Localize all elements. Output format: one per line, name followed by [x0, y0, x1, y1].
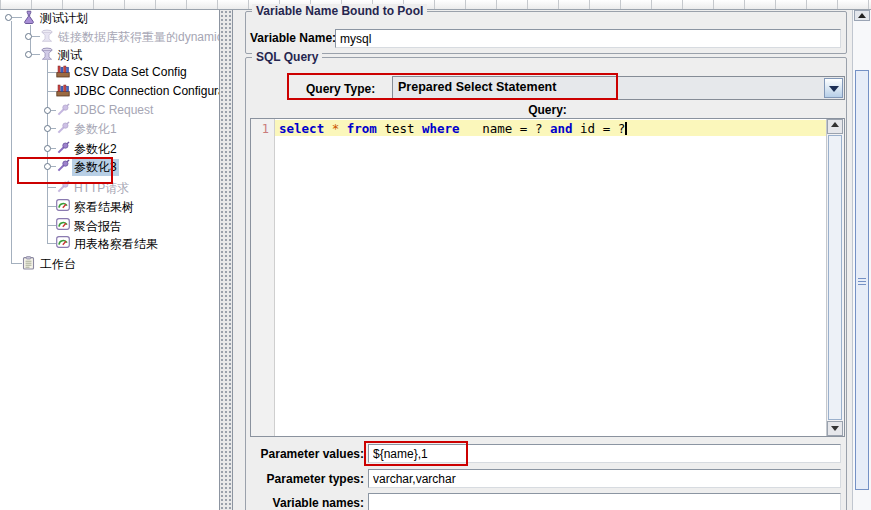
panel-scroll-up-icon[interactable] — [854, 10, 870, 21]
tree-connector — [32, 36, 40, 37]
tree-connector — [47, 225, 56, 226]
tree-item-label: JDBC Connection Configurat — [74, 84, 228, 98]
tree-item-11[interactable]: 察看结果树 — [0, 198, 219, 216]
scroll-down-icon[interactable] — [827, 421, 843, 436]
sql-statement-line[interactable]: select * from test where name = ? and id… — [279, 121, 627, 136]
tree-item-2[interactable]: 链接数据库获得重量的dynamic - — [0, 28, 219, 46]
sql-token-plain: test — [377, 121, 422, 136]
tree-connector — [12, 17, 22, 18]
sampler-icon — [56, 121, 70, 135]
tree-item-label: 链接数据库获得重量的dynamic - — [58, 29, 230, 46]
tree-item-12[interactable]: 聚合报告 — [0, 217, 219, 235]
annotation-box-parameter-values — [364, 441, 468, 466]
tree-connector — [47, 243, 56, 244]
tree-item-label: JDBC Request — [74, 103, 153, 117]
tree-connector — [47, 72, 56, 73]
expand-handle-icon[interactable] — [25, 33, 32, 40]
listener-icon — [56, 236, 70, 250]
sql-token-keyword: and — [550, 121, 573, 136]
tree-item-8[interactable]: 参数化2 — [0, 140, 219, 158]
sampler-icon — [56, 103, 70, 117]
tree-connector — [47, 91, 56, 92]
tree-item-label: 测试 — [58, 47, 82, 64]
annotation-box-query-type — [287, 73, 618, 100]
editor-scrollbar-thumb[interactable] — [828, 135, 842, 420]
sql-token-plain — [324, 121, 332, 136]
editor-line-number-gutter: 1 — [251, 119, 275, 436]
parameter-values-label: Parameter values: — [246, 447, 364, 461]
expand-handle-icon[interactable] — [5, 14, 12, 21]
variable-names-input[interactable] — [368, 493, 841, 510]
expand-handle-icon[interactable] — [44, 125, 51, 132]
tree-connector — [11, 263, 22, 264]
chevron-down-icon[interactable] — [824, 78, 843, 98]
tree-item-label: 测试计划 — [40, 10, 88, 27]
tree-item-13[interactable]: 用表格察看结果 — [0, 235, 219, 253]
test-plan-tree: 测试计划链接数据库获得重量的dynamic -测试CSV Data Set Co… — [0, 10, 219, 510]
tree-item-label: 用表格察看结果 — [74, 236, 158, 253]
tree-item-label: 参数化2 — [74, 141, 117, 158]
sql-token-keyword: where — [422, 121, 460, 136]
tree-item-7[interactable]: 参数化1 — [0, 120, 219, 138]
split-divider[interactable] — [219, 10, 233, 510]
config-icon — [56, 84, 70, 98]
listener-icon — [56, 199, 70, 213]
sql-token-plain: id = ? — [573, 121, 626, 136]
panel-scrollbar-thumb[interactable] — [855, 70, 869, 490]
line-number: 1 — [251, 122, 269, 136]
tree-item-label: 工作台 — [40, 256, 76, 273]
expand-handle-icon[interactable] — [44, 145, 51, 152]
editor-vertical-scrollbar[interactable] — [826, 119, 844, 436]
thread-group-icon — [40, 47, 54, 61]
sql-token-keyword: select — [279, 121, 324, 136]
tree-connector — [32, 54, 40, 55]
tree-item-6[interactable]: JDBC Request — [0, 102, 219, 120]
sql-token-plain: name = ? — [460, 121, 550, 136]
config-icon — [56, 65, 70, 79]
variable-name-input[interactable] — [335, 29, 841, 48]
query-label: Query: — [250, 103, 845, 117]
tree-item-1[interactable]: 测试计划 — [0, 9, 219, 27]
expand-handle-icon[interactable] — [44, 107, 51, 114]
tree-item-label: 察看结果树 — [74, 199, 134, 216]
thread-group-icon — [40, 29, 54, 43]
variable-name-group-title: Variable Name Bound to Pool — [252, 4, 427, 18]
workbench-icon — [22, 256, 36, 270]
variable-names-label: Variable names: — [246, 496, 364, 510]
parameter-types-label: Parameter types: — [246, 472, 364, 486]
tree-item-label: 参数化1 — [74, 121, 117, 138]
flask-icon — [22, 10, 36, 24]
sql-query-editor[interactable]: 1 select * from test where name = ? and … — [250, 118, 845, 437]
jmeter-window: 测试计划链接数据库获得重量的dynamic -测试CSV Data Set Co… — [0, 0, 871, 510]
sql-query-group-title: SQL Query — [252, 50, 322, 64]
sampler-icon — [56, 141, 70, 155]
tree-item-label: 聚合报告 — [74, 218, 122, 235]
annotation-box-tree-item — [17, 157, 113, 184]
tree-item-14[interactable]: 工作台 — [0, 255, 219, 273]
expand-handle-icon[interactable] — [25, 51, 32, 58]
tree-item-4[interactable]: CSV Data Set Config — [0, 64, 219, 82]
sql-token-keyword: from — [347, 121, 377, 136]
parameter-types-input[interactable] — [368, 469, 841, 488]
text-caret — [625, 122, 627, 135]
tree-item-5[interactable]: JDBC Connection Configurat — [0, 83, 219, 101]
variable-name-label: Variable Name: — [250, 31, 336, 45]
scroll-up-icon[interactable] — [827, 119, 843, 134]
listener-icon — [56, 218, 70, 232]
tree-item-3[interactable]: 测试 — [0, 46, 219, 64]
sql-token-plain — [339, 121, 347, 136]
tree-connector — [47, 206, 56, 207]
tree-connector — [47, 187, 56, 188]
tree-item-label: CSV Data Set Config — [74, 65, 187, 79]
